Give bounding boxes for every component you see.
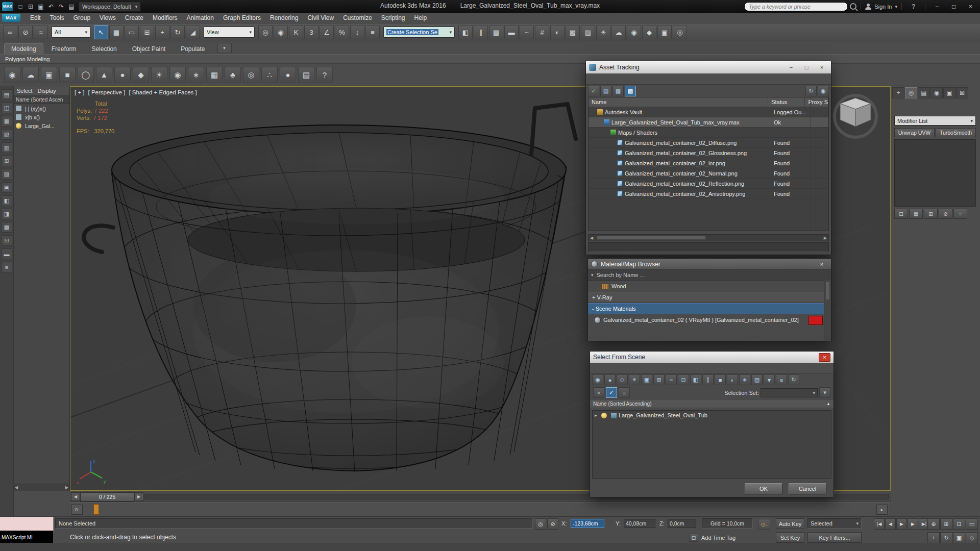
cancel-button[interactable]: Cancel — [789, 483, 826, 494]
expander-icon[interactable]: ▸ — [595, 413, 599, 418]
render-production-icon[interactable]: ☀ — [596, 25, 610, 39]
zoom-region-icon[interactable]: ▭ — [966, 518, 978, 530]
box-primitive-icon[interactable]: ■ — [59, 67, 76, 83]
side-toolbar-icon-14[interactable]: ≡ — [2, 262, 12, 272]
display-lights-icon[interactable]: ☀ — [629, 374, 640, 385]
select-and-link-icon[interactable]: ∞ — [3, 25, 17, 39]
isolate-selection-icon[interactable]: ◎ — [535, 518, 546, 530]
material-ball-icon[interactable]: ● — [280, 67, 296, 83]
viewport-menu-shading[interactable]: [ Shaded + Edged Faces ] — [129, 89, 197, 95]
material-item-galvanized[interactable]: Galvanized_metal_container_02 ( VRayMtl … — [588, 314, 831, 325]
make-unique-icon[interactable]: ⊞ — [924, 209, 938, 219]
thumbnail-view-icon[interactable]: ▦ — [612, 86, 624, 96]
clear-filter-icon[interactable]: × — [593, 387, 604, 398]
track-bar[interactable]: ⊙- ▸ — [70, 502, 891, 516]
layer-manager-icon[interactable]: ▤ — [489, 25, 503, 39]
angle-snap-icon[interactable]: ∠ — [320, 25, 334, 39]
menu-item[interactable]: Customize — [338, 13, 377, 23]
side-toolbar-icon-12[interactable]: ⊡ — [2, 235, 12, 246]
match-case-icon[interactable]: ✓ — [606, 387, 617, 398]
material-editor-icon[interactable]: ◐ — [550, 25, 565, 39]
bind-to-space-warp-icon[interactable]: ≈ — [34, 25, 48, 39]
select-object-icon[interactable]: ↖ — [94, 25, 108, 39]
viewport-menu-pov[interactable]: [ Perspective ] — [88, 89, 126, 95]
render-iterative-icon[interactable]: ☁ — [611, 25, 626, 39]
redo-icon[interactable]: ↷ — [56, 2, 66, 11]
ribbon-tab[interactable]: Freeform — [44, 43, 84, 54]
pin-stack-icon[interactable]: ⊟ — [894, 209, 908, 219]
explorer-tree-row[interactable]: Large_Gal... — [14, 121, 69, 130]
ribbon-tab[interactable]: Object Paint — [125, 43, 173, 54]
minimize-button[interactable]: − — [785, 63, 797, 71]
select-from-scene-titlebar[interactable]: Select From Scene × — [590, 352, 834, 363]
maximize-button[interactable]: □ — [946, 2, 961, 11]
rendered-frame-icon[interactable]: ▨ — [581, 25, 595, 39]
display-tab-icon[interactable]: ▣ — [943, 87, 955, 98]
asset-tracking-titlebar[interactable]: Asset Tracking − □ × — [586, 61, 831, 73]
unlink-selection-icon[interactable]: ⊘ — [18, 25, 33, 39]
menu-item[interactable]: Create — [120, 13, 148, 23]
add-time-tag[interactable]: ⊡ Add Time Tag — [689, 534, 736, 542]
display-frozen-icon[interactable]: ∗ — [739, 374, 750, 385]
next-frame-icon[interactable]: ▶ — [908, 518, 918, 530]
modifier-stack-box[interactable] — [894, 139, 976, 207]
side-toolbar-icon-6[interactable]: ⊞ — [2, 156, 12, 166]
ribbon-tab[interactable]: Populate — [174, 43, 212, 54]
close-button[interactable]: × — [816, 260, 828, 268]
side-toolbar-icon-3[interactable]: ▦ — [2, 116, 12, 127]
new-scene-icon[interactable]: □ — [15, 2, 26, 11]
display-icon[interactable]: ▣ — [41, 67, 57, 83]
undo-icon[interactable]: ↶ — [46, 2, 56, 11]
viewport-menu-general[interactable]: [ + ] — [75, 89, 85, 95]
scroll-left-icon[interactable]: ◀ — [15, 485, 18, 490]
table-view-icon[interactable]: ▤ — [600, 86, 611, 96]
lighting-analysis-icon[interactable]: ◉ — [627, 25, 641, 39]
display-xrefs-icon[interactable]: ◧ — [690, 374, 701, 385]
asset-horizontal-scrollbar[interactable]: ◀ ▶ — [588, 234, 829, 241]
current-frame-marker[interactable] — [93, 504, 99, 515]
utilities-tab-icon[interactable]: ⊠ — [956, 87, 968, 98]
asset-path-field[interactable] — [588, 242, 829, 252]
sync-selection-icon[interactable]: ↻ — [788, 374, 799, 385]
asset-row[interactable]: Galvanized_metal_container_02_Normal.png… — [589, 168, 828, 179]
scrollbar-thumb[interactable] — [597, 236, 706, 240]
minimize-button[interactable]: − — [929, 2, 944, 11]
help-icon[interactable]: ? — [316, 67, 333, 83]
timeline-lock-icon[interactable]: ⊙- — [71, 505, 83, 515]
side-toolbar-icon-7[interactable]: ▨ — [2, 169, 12, 180]
cylinder-primitive-icon[interactable]: ◯ — [78, 67, 94, 83]
explorer-menu-display[interactable]: Display — [38, 88, 56, 94]
ok-button[interactable]: OK — [745, 483, 782, 494]
asset-row[interactable]: Galvanized_metal_container_02_Glossiness… — [589, 148, 828, 158]
zoom-extents-icon[interactable]: ⊡ — [953, 518, 965, 530]
select-and-rotate-icon[interactable]: ↻ — [170, 25, 185, 39]
column-proxy[interactable]: Proxy S — [805, 97, 828, 107]
menu-item[interactable]: Civil View — [303, 13, 338, 23]
select-by-name-icon[interactable]: ▦ — [109, 25, 124, 39]
remove-modifier-icon[interactable]: ⊘ — [939, 209, 952, 219]
close-button[interactable]: × — [816, 63, 828, 71]
menu-item[interactable]: Group — [69, 13, 95, 23]
x-coordinate-field[interactable] — [571, 519, 604, 528]
layers-view-icon[interactable]: ≡ — [619, 387, 630, 398]
schematic-view-icon[interactable]: # — [535, 25, 549, 39]
asset-row[interactable]: Galvanized_metal_container_02_Anisotropy… — [589, 189, 828, 199]
maxscript-mini-listener[interactable]: MAXScript Mi — [0, 531, 53, 544]
display-containers-icon[interactable]: ■ — [715, 374, 726, 385]
maxscript-mini-listener-macro[interactable] — [0, 517, 54, 531]
help-menu-button[interactable]: ? — [906, 2, 921, 11]
status-check-icon[interactable]: ✓ — [588, 86, 599, 96]
sphere-primitive-icon[interactable]: ● — [114, 67, 131, 83]
pan-view-icon[interactable]: + — [927, 532, 940, 543]
zoom-icon[interactable]: ⊕ — [927, 518, 940, 530]
sign-in-button[interactable]: Sign In — [874, 4, 892, 10]
building-icon[interactable]: ▤ — [298, 67, 314, 83]
modify-tab-icon[interactable]: ◎ — [905, 87, 917, 98]
show-end-result-icon[interactable]: ▦ — [909, 209, 923, 219]
display-geometry-icon[interactable]: ● — [604, 374, 616, 385]
expand-all-icon[interactable]: ≡ — [776, 374, 787, 385]
ribbon-toggle-icon[interactable]: ▬ — [504, 25, 519, 39]
column-status[interactable]: Status — [768, 97, 805, 107]
side-toolbar-icon-4[interactable]: ▧ — [2, 129, 12, 140]
hierarchy-tab-icon[interactable]: ▤ — [918, 87, 930, 98]
